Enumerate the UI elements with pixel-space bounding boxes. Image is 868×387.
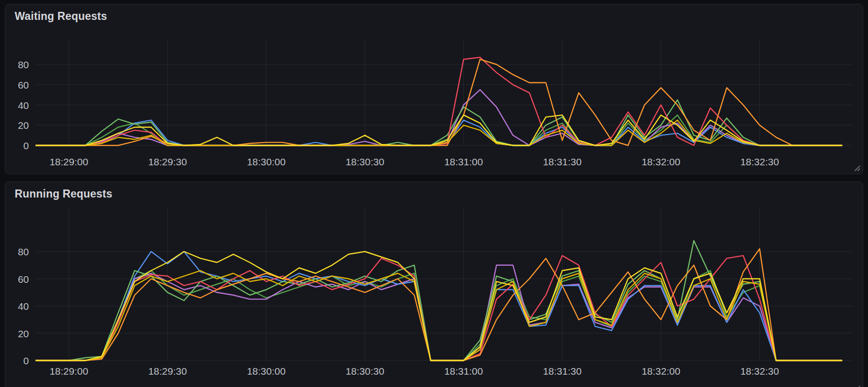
panel-resize-handle-icon[interactable]: [853, 164, 860, 171]
running-requests-chart[interactable]: 02040608018:29:0018:29:3018:30:0018:30:3…: [5, 182, 863, 387]
x-axis-tick-label: 18:32:30: [740, 156, 779, 167]
x-axis-tick-label: 18:31:30: [543, 366, 582, 377]
y-axis-tick-label: 40: [18, 301, 29, 312]
panel-resize-handle-icon[interactable]: [853, 384, 860, 387]
x-axis-tick-label: 18:29:00: [50, 156, 89, 167]
y-axis-tick-label: 40: [18, 100, 29, 111]
waiting-requests-chart[interactable]: 02040608018:29:0018:29:3018:30:0018:30:3…: [5, 4, 863, 174]
series-line-purple: [36, 265, 842, 360]
x-axis-tick-label: 18:30:30: [345, 156, 384, 167]
series-line-red: [36, 256, 842, 360]
y-axis-tick-label: 20: [18, 328, 29, 339]
x-axis-tick-label: 18:30:00: [247, 366, 286, 377]
series-line-green: [36, 241, 842, 360]
x-axis-tick-label: 18:32:30: [740, 366, 779, 377]
x-axis-tick-label: 18:31:30: [543, 156, 582, 167]
x-axis-tick-label: 18:30:00: [247, 156, 286, 167]
x-axis-tick-label: 18:31:00: [444, 156, 483, 167]
x-axis-tick-label: 18:29:30: [148, 366, 187, 377]
y-axis-tick-label: 80: [18, 59, 29, 70]
x-axis-tick-label: 18:32:00: [642, 366, 681, 377]
y-axis-tick-label: 0: [23, 355, 29, 366]
y-axis-tick-label: 60: [18, 274, 29, 285]
y-axis-tick-label: 20: [18, 120, 29, 131]
x-axis-tick-label: 18:31:00: [444, 366, 483, 377]
y-axis-tick-label: 0: [23, 140, 29, 151]
panel-running-requests: Running Requests 02040608018:29:0018:29:…: [5, 181, 863, 387]
x-axis-tick-label: 18:29:30: [148, 156, 187, 167]
y-axis-tick-label: 60: [18, 80, 29, 90]
y-axis-tick-label: 80: [18, 246, 29, 257]
x-axis-tick-label: 18:32:00: [642, 156, 681, 167]
x-axis-tick-label: 18:29:00: [50, 366, 89, 377]
x-axis-tick-label: 18:30:30: [345, 366, 384, 377]
panel-waiting-requests: Waiting Requests 02040608018:29:0018:29:…: [5, 4, 863, 174]
